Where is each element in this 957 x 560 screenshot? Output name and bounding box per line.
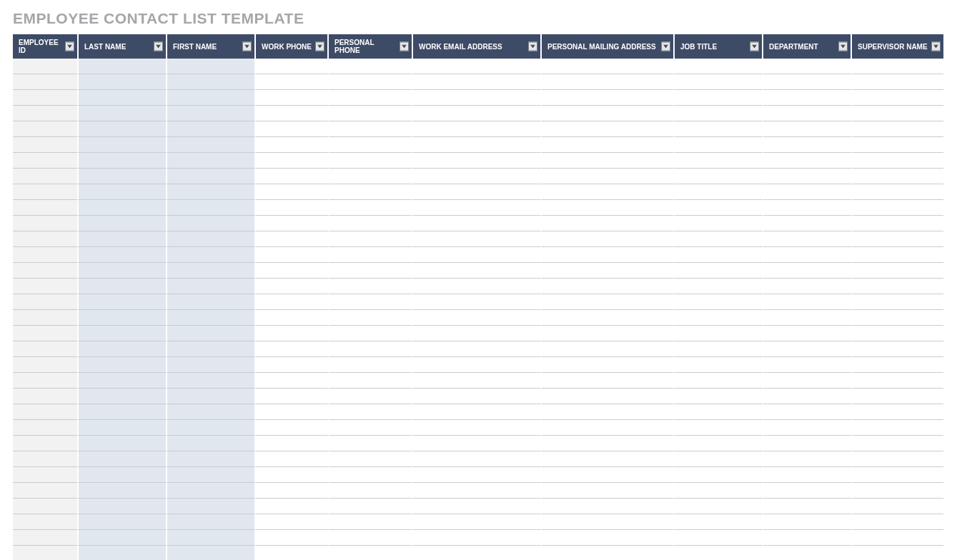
cell[interactable] — [13, 247, 79, 263]
cell[interactable] — [852, 106, 943, 121]
cell[interactable] — [763, 499, 852, 514]
cell[interactable] — [542, 153, 675, 169]
cell[interactable] — [13, 90, 79, 106]
cell[interactable] — [675, 514, 763, 530]
cell[interactable] — [852, 467, 943, 483]
cell[interactable] — [167, 279, 256, 294]
cell[interactable] — [329, 169, 413, 184]
cell[interactable] — [329, 153, 413, 169]
cell[interactable] — [763, 279, 852, 294]
cell[interactable] — [256, 499, 329, 514]
cell[interactable] — [256, 530, 329, 546]
cell[interactable] — [852, 326, 943, 341]
cell[interactable] — [256, 373, 329, 389]
cell[interactable] — [763, 389, 852, 404]
cell[interactable] — [256, 326, 329, 341]
cell[interactable] — [675, 90, 763, 106]
cell[interactable] — [79, 546, 167, 560]
filter-dropdown-icon[interactable] — [400, 42, 409, 51]
cell[interactable] — [413, 184, 542, 200]
cell[interactable] — [413, 357, 542, 373]
cell[interactable] — [167, 514, 256, 530]
cell[interactable] — [167, 467, 256, 483]
cell[interactable] — [763, 451, 852, 467]
cell[interactable] — [256, 247, 329, 263]
cell[interactable] — [79, 247, 167, 263]
cell[interactable] — [763, 483, 852, 499]
cell[interactable] — [542, 106, 675, 121]
cell[interactable] — [542, 499, 675, 514]
cell[interactable] — [542, 467, 675, 483]
cell[interactable] — [13, 74, 79, 90]
cell[interactable] — [413, 389, 542, 404]
cell[interactable] — [675, 389, 763, 404]
cell[interactable] — [763, 546, 852, 560]
cell[interactable] — [763, 341, 852, 357]
filter-dropdown-icon[interactable] — [315, 42, 324, 51]
cell[interactable] — [256, 514, 329, 530]
cell[interactable] — [413, 341, 542, 357]
cell[interactable] — [852, 184, 943, 200]
cell[interactable] — [256, 169, 329, 184]
cell[interactable] — [852, 373, 943, 389]
cell[interactable] — [542, 137, 675, 153]
cell[interactable] — [763, 231, 852, 247]
cell[interactable] — [256, 59, 329, 74]
cell[interactable] — [763, 106, 852, 121]
cell[interactable] — [763, 153, 852, 169]
cell[interactable] — [542, 436, 675, 451]
cell[interactable] — [413, 169, 542, 184]
filter-dropdown-icon[interactable] — [242, 42, 252, 51]
cell[interactable] — [852, 514, 943, 530]
cell[interactable] — [13, 279, 79, 294]
cell[interactable] — [79, 514, 167, 530]
cell[interactable] — [256, 451, 329, 467]
cell[interactable] — [329, 184, 413, 200]
cell[interactable] — [675, 200, 763, 216]
cell[interactable] — [675, 121, 763, 137]
filter-dropdown-icon[interactable] — [154, 42, 163, 51]
cell[interactable] — [329, 420, 413, 436]
cell[interactable] — [763, 310, 852, 326]
cell[interactable] — [167, 90, 256, 106]
cell[interactable] — [413, 514, 542, 530]
cell[interactable] — [256, 184, 329, 200]
cell[interactable] — [13, 59, 79, 74]
cell[interactable] — [675, 59, 763, 74]
cell[interactable] — [167, 499, 256, 514]
cell[interactable] — [542, 357, 675, 373]
cell[interactable] — [79, 200, 167, 216]
cell[interactable] — [675, 357, 763, 373]
cell[interactable] — [256, 420, 329, 436]
cell[interactable] — [542, 231, 675, 247]
cell[interactable] — [852, 451, 943, 467]
cell[interactable] — [13, 326, 79, 341]
column-header-personal-mailing-address[interactable]: PERSONAL MAILING ADDRESS — [542, 34, 675, 59]
cell[interactable] — [675, 184, 763, 200]
cell[interactable] — [167, 546, 256, 560]
cell[interactable] — [13, 483, 79, 499]
cell[interactable] — [675, 404, 763, 420]
cell[interactable] — [675, 263, 763, 279]
column-header-last-name[interactable]: LAST NAME — [79, 34, 167, 59]
cell[interactable] — [167, 153, 256, 169]
cell[interactable] — [413, 420, 542, 436]
cell[interactable] — [675, 420, 763, 436]
cell[interactable] — [413, 326, 542, 341]
cell[interactable] — [79, 389, 167, 404]
cell[interactable] — [413, 436, 542, 451]
filter-dropdown-icon[interactable] — [931, 42, 941, 51]
cell[interactable] — [675, 451, 763, 467]
cell[interactable] — [256, 200, 329, 216]
cell[interactable] — [675, 231, 763, 247]
cell[interactable] — [413, 106, 542, 121]
cell[interactable] — [852, 530, 943, 546]
cell[interactable] — [329, 436, 413, 451]
cell[interactable] — [542, 451, 675, 467]
cell[interactable] — [167, 169, 256, 184]
cell[interactable] — [167, 263, 256, 279]
cell[interactable] — [256, 341, 329, 357]
cell[interactable] — [763, 263, 852, 279]
cell[interactable] — [79, 153, 167, 169]
cell[interactable] — [256, 279, 329, 294]
